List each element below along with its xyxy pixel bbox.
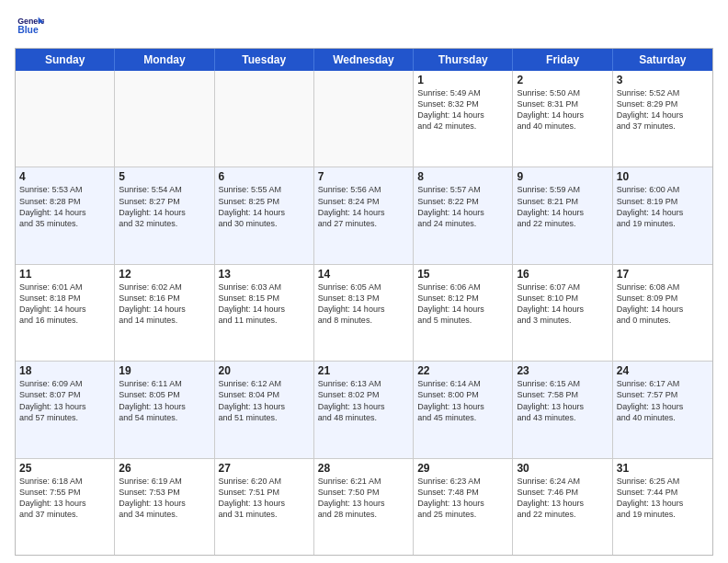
day-info: Sunrise: 6:25 AM Sunset: 7:44 PM Dayligh…	[617, 476, 709, 521]
day-info: Sunrise: 6:20 AM Sunset: 7:51 PM Dayligh…	[219, 476, 310, 521]
weekday-header-friday: Friday	[513, 49, 612, 71]
day-number: 12	[119, 268, 210, 281]
day-info: Sunrise: 6:24 AM Sunset: 7:46 PM Dayligh…	[517, 476, 608, 521]
day-info: Sunrise: 6:05 AM Sunset: 8:13 PM Dayligh…	[318, 282, 409, 327]
logo-icon: General Blue	[15, 11, 44, 40]
day-number: 22	[417, 364, 508, 377]
day-info: Sunrise: 5:59 AM Sunset: 8:21 PM Dayligh…	[517, 184, 608, 229]
svg-text:Blue: Blue	[17, 25, 39, 35]
day-number: 23	[517, 364, 608, 377]
day-number: 19	[119, 364, 210, 377]
day-number: 16	[517, 268, 608, 281]
day-number: 24	[617, 364, 709, 377]
day-cell-1: 1Sunrise: 5:49 AM Sunset: 8:32 PM Daylig…	[414, 71, 513, 167]
calendar-row-2: 4Sunrise: 5:53 AM Sunset: 8:28 PM Daylig…	[16, 167, 712, 263]
day-info: Sunrise: 6:07 AM Sunset: 8:10 PM Dayligh…	[517, 282, 608, 327]
day-number: 13	[219, 268, 310, 281]
day-info: Sunrise: 6:12 AM Sunset: 8:04 PM Dayligh…	[219, 378, 310, 423]
calendar-row-1: 1Sunrise: 5:49 AM Sunset: 8:32 PM Daylig…	[16, 71, 712, 167]
day-cell-10: 10Sunrise: 6:00 AM Sunset: 8:19 PM Dayli…	[613, 167, 712, 263]
day-info: Sunrise: 5:53 AM Sunset: 8:28 PM Dayligh…	[19, 184, 110, 229]
day-info: Sunrise: 6:19 AM Sunset: 7:53 PM Dayligh…	[119, 476, 210, 521]
day-number: 15	[417, 268, 508, 281]
day-number: 17	[617, 268, 709, 281]
weekday-header-saturday: Saturday	[613, 49, 712, 71]
calendar: SundayMondayTuesdayWednesdayThursdayFrid…	[15, 48, 713, 556]
day-info: Sunrise: 6:06 AM Sunset: 8:12 PM Dayligh…	[417, 282, 508, 327]
calendar-header: SundayMondayTuesdayWednesdayThursdayFrid…	[16, 49, 712, 71]
day-number: 30	[517, 462, 608, 475]
day-cell-4: 4Sunrise: 5:53 AM Sunset: 8:28 PM Daylig…	[16, 167, 115, 263]
day-number: 8	[417, 170, 508, 183]
day-info: Sunrise: 5:56 AM Sunset: 8:24 PM Dayligh…	[318, 184, 409, 229]
day-cell-27: 27Sunrise: 6:20 AM Sunset: 7:51 PM Dayli…	[215, 459, 314, 555]
day-cell-13: 13Sunrise: 6:03 AM Sunset: 8:15 PM Dayli…	[215, 265, 314, 361]
calendar-row-5: 25Sunrise: 6:18 AM Sunset: 7:55 PM Dayli…	[16, 458, 712, 555]
day-info: Sunrise: 6:00 AM Sunset: 8:19 PM Dayligh…	[617, 184, 709, 229]
day-info: Sunrise: 6:11 AM Sunset: 8:05 PM Dayligh…	[119, 378, 210, 423]
day-number: 20	[219, 364, 310, 377]
day-cell-30: 30Sunrise: 6:24 AM Sunset: 7:46 PM Dayli…	[513, 459, 612, 555]
day-cell-21: 21Sunrise: 6:13 AM Sunset: 8:02 PM Dayli…	[314, 362, 414, 457]
day-cell-17: 17Sunrise: 6:08 AM Sunset: 8:09 PM Dayli…	[613, 265, 712, 361]
day-info: Sunrise: 6:09 AM Sunset: 8:07 PM Dayligh…	[19, 378, 110, 423]
day-info: Sunrise: 6:23 AM Sunset: 7:48 PM Dayligh…	[417, 476, 508, 521]
day-number: 28	[318, 462, 409, 475]
day-number: 5	[119, 170, 210, 183]
day-info: Sunrise: 5:54 AM Sunset: 8:27 PM Dayligh…	[119, 184, 210, 229]
day-info: Sunrise: 6:17 AM Sunset: 7:57 PM Dayligh…	[617, 378, 709, 423]
day-number: 29	[417, 462, 508, 475]
day-cell-6: 6Sunrise: 5:55 AM Sunset: 8:25 PM Daylig…	[215, 167, 314, 263]
day-cell-14: 14Sunrise: 6:05 AM Sunset: 8:13 PM Dayli…	[314, 265, 414, 361]
day-info: Sunrise: 6:15 AM Sunset: 7:58 PM Dayligh…	[517, 378, 608, 423]
calendar-body: 1Sunrise: 5:49 AM Sunset: 8:32 PM Daylig…	[16, 71, 712, 555]
empty-cell	[215, 71, 314, 167]
day-info: Sunrise: 6:21 AM Sunset: 7:50 PM Dayligh…	[318, 476, 409, 521]
calendar-row-4: 18Sunrise: 6:09 AM Sunset: 8:07 PM Dayli…	[16, 361, 712, 457]
day-cell-9: 9Sunrise: 5:59 AM Sunset: 8:21 PM Daylig…	[513, 167, 612, 263]
empty-cell	[16, 71, 115, 167]
day-info: Sunrise: 6:14 AM Sunset: 8:00 PM Dayligh…	[417, 378, 508, 423]
page: General Blue SundayMondayTuesdayWednesda…	[0, 0, 728, 563]
day-cell-22: 22Sunrise: 6:14 AM Sunset: 8:00 PM Dayli…	[414, 362, 513, 457]
day-number: 11	[19, 268, 110, 281]
day-cell-3: 3Sunrise: 5:52 AM Sunset: 8:29 PM Daylig…	[613, 71, 712, 167]
day-number: 21	[318, 364, 409, 377]
day-number: 26	[119, 462, 210, 475]
day-number: 14	[318, 268, 409, 281]
day-cell-24: 24Sunrise: 6:17 AM Sunset: 7:57 PM Dayli…	[613, 362, 712, 457]
day-cell-25: 25Sunrise: 6:18 AM Sunset: 7:55 PM Dayli…	[16, 459, 115, 555]
day-cell-31: 31Sunrise: 6:25 AM Sunset: 7:44 PM Dayli…	[613, 459, 712, 555]
day-number: 3	[617, 74, 709, 86]
day-cell-7: 7Sunrise: 5:56 AM Sunset: 8:24 PM Daylig…	[314, 167, 414, 263]
day-cell-8: 8Sunrise: 5:57 AM Sunset: 8:22 PM Daylig…	[414, 167, 513, 263]
day-number: 7	[318, 170, 409, 183]
weekday-header-wednesday: Wednesday	[314, 49, 414, 71]
day-cell-18: 18Sunrise: 6:09 AM Sunset: 8:07 PM Dayli…	[16, 362, 115, 457]
day-info: Sunrise: 6:02 AM Sunset: 8:16 PM Dayligh…	[119, 282, 210, 327]
day-cell-15: 15Sunrise: 6:06 AM Sunset: 8:12 PM Dayli…	[414, 265, 513, 361]
day-number: 18	[19, 364, 110, 377]
day-info: Sunrise: 6:18 AM Sunset: 7:55 PM Dayligh…	[19, 476, 110, 521]
day-cell-29: 29Sunrise: 6:23 AM Sunset: 7:48 PM Dayli…	[414, 459, 513, 555]
day-cell-11: 11Sunrise: 6:01 AM Sunset: 8:18 PM Dayli…	[16, 265, 115, 361]
day-number: 10	[617, 170, 709, 183]
weekday-header-tuesday: Tuesday	[215, 49, 314, 71]
day-cell-23: 23Sunrise: 6:15 AM Sunset: 7:58 PM Dayli…	[513, 362, 612, 457]
day-number: 4	[19, 170, 110, 183]
day-number: 2	[517, 74, 608, 86]
header: General Blue	[15, 11, 713, 40]
day-cell-16: 16Sunrise: 6:07 AM Sunset: 8:10 PM Dayli…	[513, 265, 612, 361]
day-number: 25	[19, 462, 110, 475]
day-number: 6	[219, 170, 310, 183]
empty-cell	[115, 71, 214, 167]
day-info: Sunrise: 6:03 AM Sunset: 8:15 PM Dayligh…	[219, 282, 310, 327]
day-number: 31	[617, 462, 709, 475]
day-number: 1	[417, 74, 508, 86]
day-info: Sunrise: 6:08 AM Sunset: 8:09 PM Dayligh…	[617, 282, 709, 327]
day-cell-20: 20Sunrise: 6:12 AM Sunset: 8:04 PM Dayli…	[215, 362, 314, 457]
day-cell-12: 12Sunrise: 6:02 AM Sunset: 8:16 PM Dayli…	[115, 265, 214, 361]
weekday-header-thursday: Thursday	[414, 49, 513, 71]
day-cell-19: 19Sunrise: 6:11 AM Sunset: 8:05 PM Dayli…	[115, 362, 214, 457]
day-cell-28: 28Sunrise: 6:21 AM Sunset: 7:50 PM Dayli…	[314, 459, 414, 555]
